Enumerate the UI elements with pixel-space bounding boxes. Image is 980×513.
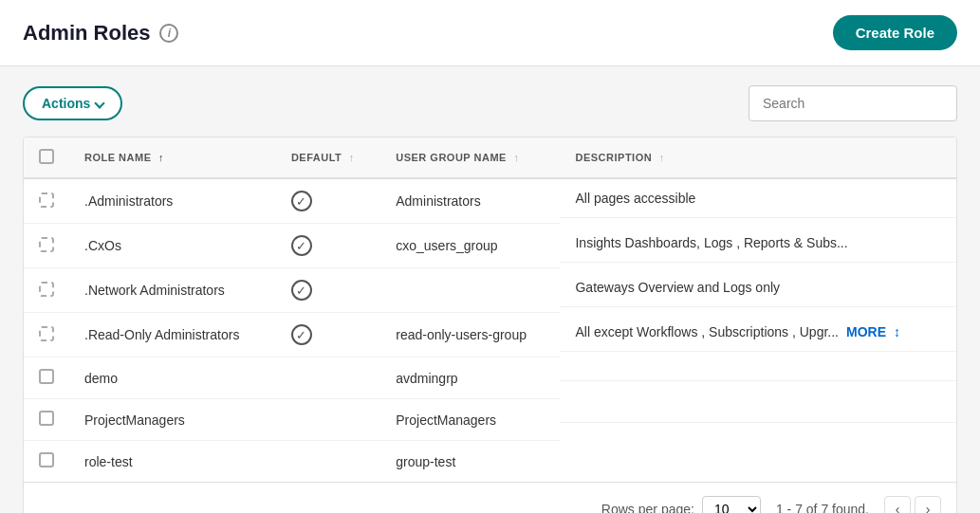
more-link[interactable]: MORE ↕	[846, 324, 900, 339]
description-text: Insights Dashboards, Logs , Reports & Su…	[575, 235, 847, 250]
row-checkbox[interactable]	[39, 192, 54, 208]
header-user-group-name[interactable]: USER GROUP NAME	[380, 137, 560, 178]
sort-description-icon	[659, 152, 665, 163]
checkmark-icon: ✓	[296, 195, 306, 208]
row-checkbox-cell	[24, 357, 69, 399]
row-user-group-name: ProjectManagers	[380, 399, 560, 441]
description-text: All pages accessible	[575, 191, 695, 206]
row-checkbox[interactable]	[39, 282, 54, 297]
row-checkbox[interactable]	[39, 452, 54, 467]
header-checkbox[interactable]	[39, 149, 54, 164]
sort-default-icon	[349, 152, 355, 163]
row-user-group-name: Administrators	[380, 178, 560, 224]
row-checkbox-cell	[24, 178, 69, 224]
top-bar: Admin Roles i Create Role	[0, 0, 980, 66]
row-description	[560, 441, 956, 464]
actions-label: Actions	[42, 96, 90, 111]
row-default	[276, 357, 380, 399]
search-input[interactable]	[749, 85, 957, 121]
default-check-circle: ✓	[291, 324, 312, 345]
row-description	[560, 399, 956, 423]
checkmark-icon: ✓	[296, 284, 306, 297]
row-checkbox[interactable]	[39, 237, 54, 252]
row-checkbox-cell	[24, 224, 69, 268]
row-user-group-name: cxo_users_group	[380, 224, 560, 268]
table-row: .Network Administrators✓Gateways Overvie…	[24, 268, 956, 313]
table-row: role-testgroup-test	[24, 441, 956, 483]
table-row: ProjectManagersProjectManagers	[24, 399, 956, 441]
row-role-name: .CxOs	[69, 224, 276, 268]
row-description	[560, 357, 956, 381]
default-check-circle: ✓	[291, 191, 312, 211]
table-row: demoavdmingrp	[24, 357, 956, 399]
table-body: .Administrators✓AdministratorsAll pages …	[24, 178, 956, 482]
row-default: ✓	[276, 224, 380, 268]
sort-role-name-icon	[158, 152, 164, 163]
prev-page-button[interactable]: ‹	[884, 496, 911, 513]
page-title: Admin Roles	[23, 21, 150, 46]
default-check-circle: ✓	[291, 235, 312, 256]
row-checkbox[interactable]	[39, 369, 54, 384]
next-page-button[interactable]: ›	[915, 496, 941, 513]
header-checkbox-cell	[24, 137, 69, 178]
row-role-name: demo	[69, 357, 276, 399]
row-default	[276, 441, 380, 483]
row-description: Gateways Overview and Logs only	[560, 268, 956, 307]
table-row: .CxOs✓cxo_users_groupInsights Dashboards…	[24, 224, 956, 268]
row-description: All pages accessible	[560, 179, 956, 218]
default-check-circle: ✓	[291, 280, 312, 301]
header-description[interactable]: DESCRIPTION	[560, 137, 956, 178]
row-user-group-name: group-test	[380, 441, 560, 483]
rows-per-page-label: Rows per page:	[601, 502, 694, 513]
row-default	[276, 399, 380, 441]
create-role-button[interactable]: Create Role	[833, 15, 957, 50]
chevron-down-icon	[95, 98, 105, 108]
row-checkbox[interactable]	[39, 411, 54, 426]
header-default[interactable]: DEFAULT	[276, 137, 380, 178]
row-default: ✓	[276, 313, 380, 357]
info-icon[interactable]: i	[159, 24, 178, 43]
rows-per-page-select[interactable]: 102550100	[702, 496, 761, 513]
row-default: ✓	[276, 178, 380, 224]
pagination-nav: ‹ ›	[884, 496, 941, 513]
checkmark-icon: ✓	[296, 329, 306, 341]
header-role-name[interactable]: ROLE NAME	[69, 137, 276, 178]
row-checkbox-cell	[24, 441, 69, 483]
row-role-name: role-test	[69, 441, 276, 483]
toolbar: Actions	[23, 85, 957, 121]
row-checkbox[interactable]	[39, 326, 54, 341]
roles-table: ROLE NAME DEFAULT USER GROUP NAME DESCRI…	[24, 137, 956, 482]
pagination-info: 1 - 7 of 7 found.	[776, 502, 869, 513]
row-user-group-name: read-only-users-group	[380, 313, 560, 357]
description-text: All except Workflows , Subscriptions , U…	[575, 324, 839, 339]
row-user-group-name	[380, 268, 560, 313]
expand-icon: ↕	[894, 324, 900, 339]
row-default: ✓	[276, 268, 380, 313]
table-header-row: ROLE NAME DEFAULT USER GROUP NAME DESCRI…	[24, 137, 956, 178]
row-checkbox-cell	[24, 313, 69, 357]
row-role-name: .Administrators	[69, 178, 276, 224]
row-role-name: ProjectManagers	[69, 399, 276, 441]
sort-user-group-icon	[514, 152, 520, 163]
pagination-bar: Rows per page: 102550100 1 - 7 of 7 foun…	[24, 482, 956, 513]
table-container: ROLE NAME DEFAULT USER GROUP NAME DESCRI…	[23, 137, 957, 513]
rows-per-page-section: Rows per page: 102550100	[601, 496, 761, 513]
table-row: .Read-Only Administrators✓read-only-user…	[24, 313, 956, 357]
row-description: Insights Dashboards, Logs , Reports & Su…	[560, 224, 956, 263]
row-role-name: .Read-Only Administrators	[69, 313, 276, 357]
description-text: Gateways Overview and Logs only	[575, 280, 780, 295]
content-area: Actions ROLE NAME DEFAULT	[0, 66, 980, 513]
row-user-group-name: avdmingrp	[380, 357, 560, 399]
row-checkbox-cell	[24, 399, 69, 441]
checkmark-icon: ✓	[296, 240, 306, 252]
row-checkbox-cell	[24, 268, 69, 313]
title-area: Admin Roles i	[23, 21, 178, 46]
actions-button[interactable]: Actions	[23, 86, 122, 120]
row-description: All except Workflows , Subscriptions , U…	[560, 313, 956, 352]
row-role-name: .Network Administrators	[69, 268, 276, 313]
table-row: .Administrators✓AdministratorsAll pages …	[24, 178, 956, 224]
